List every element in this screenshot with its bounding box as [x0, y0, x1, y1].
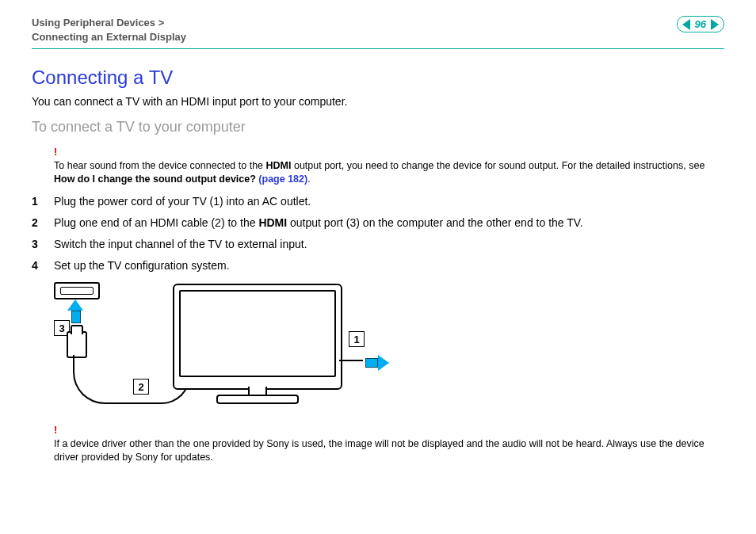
- hdmi-plug-icon: [67, 331, 87, 358]
- warning-note-1: ! To hear sound from the device connecte…: [54, 145, 724, 185]
- step-number: 3: [32, 236, 54, 253]
- callout-1: 1: [349, 331, 365, 347]
- step-4: 4 Set up the TV configuration system.: [32, 257, 724, 274]
- page-header: Using Peripheral Devices > Connecting an…: [32, 16, 724, 49]
- callout-2: 2: [133, 379, 149, 395]
- connection-diagram: 3 2 1: [54, 280, 724, 415]
- next-page-icon[interactable]: [711, 19, 719, 30]
- step-3: 3 Switch the input channel of the TV to …: [32, 236, 724, 253]
- section-subtitle: To connect a TV to your computer: [32, 119, 724, 135]
- steps-list: 1 Plug the power cord of your TV (1) int…: [32, 193, 724, 274]
- step-2: 2 Plug one end of an HDMI cable (2) to t…: [32, 215, 724, 231]
- page-number: 96: [695, 18, 706, 30]
- note1-bold: How do I change the sound output device?: [54, 174, 258, 185]
- step-text: Plug one end of an HDMI cable (2) to the…: [54, 215, 583, 231]
- step-number: 4: [32, 257, 54, 274]
- page-nav: 96: [677, 16, 724, 32]
- step-2-a: Plug one end of an HDMI cable (2) to the: [54, 216, 258, 229]
- note1-text-a: To hear sound from the device connected …: [54, 160, 266, 171]
- tv-stand-neck: [248, 387, 267, 395]
- breadcrumb-level-1: Using Peripheral Devices: [32, 17, 155, 29]
- intro-text: You can connect a TV with an HDMI input …: [32, 95, 724, 108]
- diagram-canvas: 3 2 1: [54, 280, 387, 415]
- step-number: 1: [32, 193, 54, 210]
- step-2-b: output port (3) on the computer and the …: [287, 216, 583, 229]
- note1-hdmi: HDMI: [266, 160, 292, 171]
- step-text: Switch the input channel of the TV to ex…: [54, 236, 307, 253]
- power-cord-icon: [339, 360, 363, 361]
- note2-text: If a device driver other than the one pr…: [54, 438, 704, 463]
- warning-icon: !: [54, 423, 724, 437]
- step-number: 2: [32, 215, 54, 231]
- page-ref-link[interactable]: (page 182): [258, 174, 307, 185]
- step-text: Plug the power cord of your TV (1) into …: [54, 193, 311, 210]
- step-text: Set up the TV configuration system.: [54, 257, 230, 274]
- arrow-right-icon: [365, 355, 389, 371]
- prev-page-icon[interactable]: [682, 19, 690, 30]
- step-2-bold: HDMI: [258, 216, 287, 229]
- breadcrumb-separator: >: [158, 17, 165, 29]
- hdmi-cable-icon: [73, 355, 138, 404]
- page-title: Connecting a TV: [32, 67, 724, 89]
- page-nav-capsule: 96: [677, 16, 724, 32]
- tv-stand-base: [216, 395, 299, 404]
- hdmi-port-icon: [54, 282, 100, 299]
- note1-text-c: .: [307, 174, 310, 185]
- manual-page: Using Peripheral Devices > Connecting an…: [0, 0, 756, 534]
- arrow-up-icon: [71, 299, 83, 323]
- breadcrumb-level-2: Connecting an External Display: [32, 31, 186, 43]
- tv-screen-icon: [179, 290, 336, 377]
- breadcrumb: Using Peripheral Devices > Connecting an…: [32, 16, 186, 44]
- warning-icon: !: [54, 145, 724, 159]
- note1-text-b: output port, you need to change the devi…: [291, 160, 704, 171]
- step-1: 1 Plug the power cord of your TV (1) int…: [32, 193, 724, 210]
- warning-note-2: ! If a device driver other than the one …: [54, 423, 724, 463]
